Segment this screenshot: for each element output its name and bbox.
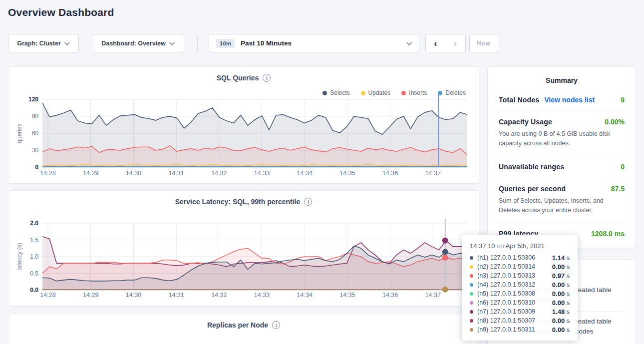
- sql-queries-panel: SQL Queries i SelectsUpdatesInsertsDelet…: [8, 66, 479, 184]
- node-latency-value: 0.00 s: [552, 263, 570, 271]
- total-nodes-value: 9: [621, 96, 625, 104]
- series-color-dot: [470, 274, 473, 278]
- node-latency-value: 0.00 s: [552, 281, 570, 289]
- capacity-usage-label: Capacity Usage: [499, 118, 552, 126]
- chevron-left-icon: ‹: [434, 38, 437, 49]
- svg-text:14:28: 14:28: [40, 170, 55, 177]
- svg-text:14:37: 14:37: [425, 170, 441, 177]
- svg-text:14:33: 14:33: [254, 292, 270, 299]
- tooltip-node-row: (n1) 127.0.0.1:503061.14 s: [470, 253, 570, 262]
- svg-text:14:32: 14:32: [211, 292, 227, 299]
- tooltip-node-row: (n3) 127.0.0.1:503130.97 s: [470, 271, 570, 280]
- summary-row-capacity: Capacity Usage 0.00% You are using 0 B o…: [499, 111, 625, 156]
- svg-text:latency (s): latency (s): [16, 243, 23, 270]
- node-latency-value: 1.14 s: [552, 254, 570, 262]
- node-latency-value: 0.00 s: [552, 317, 570, 325]
- svg-text:120: 120: [28, 96, 38, 103]
- series-color-dot: [470, 283, 473, 287]
- node-address: (n6) 127.0.0.1:50310: [477, 299, 535, 306]
- queries-per-second-desc: Sum of Selects, Updates, Inserts, and De…: [499, 196, 625, 216]
- node-address: (n4) 127.0.0.1:50312: [477, 281, 535, 288]
- svg-text:0: 0: [35, 164, 38, 171]
- node-address: (n1) 127.0.0.1:50306: [477, 254, 535, 261]
- tooltip-node-row: (n8) 127.0.0.1:503070.00 s: [470, 316, 570, 325]
- info-icon[interactable]: i: [272, 321, 280, 329]
- node-address: (n2) 127.0.0.1:50314: [477, 263, 535, 270]
- svg-text:0.0: 0.0: [30, 287, 38, 294]
- unavailable-ranges-value: 0: [621, 163, 625, 171]
- series-color-dot: [470, 256, 473, 260]
- svg-text:14:32: 14:32: [211, 170, 227, 177]
- svg-text:1.5: 1.5: [30, 237, 38, 244]
- svg-text:14:31: 14:31: [168, 292, 184, 299]
- time-range-dropdown[interactable]: 10m Past 10 Minutes: [209, 34, 419, 52]
- svg-text:14:35: 14:35: [339, 292, 355, 299]
- tooltip-node-row: (n6) 127.0.0.1:503100.00 s: [470, 298, 570, 307]
- node-address: (n8) 127.0.0.1:50307: [477, 317, 535, 324]
- summary-row-unavailable: Unavailable ranges 0: [499, 156, 625, 178]
- tooltip-timestamp: 14:37:10 on Apr 5th, 2021: [470, 242, 570, 250]
- series-color-dot: [470, 319, 473, 323]
- tooltip-node-row: (n7) 127.0.0.1:503091.48 s: [470, 307, 570, 316]
- service-latency-chart[interactable]: 14:2814:2914:3014:3114:3214:3314:3414:35…: [8, 191, 480, 307]
- sql-queries-chart[interactable]: 14:2814:2914:3014:3114:3214:3314:3414:35…: [8, 67, 480, 184]
- chevron-down-icon: [406, 39, 412, 45]
- svg-text:60: 60: [32, 130, 39, 137]
- summary-title: Summary: [488, 67, 636, 84]
- capacity-usage-value: 0.00%: [605, 118, 625, 126]
- time-range-badge: 10m: [216, 39, 235, 48]
- svg-text:14:31: 14:31: [168, 170, 184, 177]
- chevron-down-icon: [64, 39, 70, 45]
- view-nodes-list-link[interactable]: View nodes list: [544, 96, 595, 104]
- svg-text:queries: queries: [16, 123, 23, 143]
- chevron-right-icon: ›: [454, 38, 457, 49]
- series-color-dot: [470, 328, 473, 332]
- now-button[interactable]: Now: [469, 34, 498, 52]
- queries-per-second-label: Queries per second: [499, 185, 566, 193]
- svg-text:14:34: 14:34: [297, 292, 313, 299]
- graph-dropdown-label: Graph: Cluster: [17, 40, 61, 47]
- summary-panel: Summary Total Nodes View nodes list 9 Ca…: [487, 66, 636, 248]
- queries-per-second-value: 87.5: [611, 185, 625, 193]
- svg-text:14:37: 14:37: [425, 292, 441, 299]
- tooltip-node-row: (n2) 127.0.0.1:503140.00 s: [470, 262, 570, 271]
- svg-text:14:36: 14:36: [382, 170, 398, 177]
- dashboard-dropdown[interactable]: Dashboard: Overview: [92, 34, 184, 52]
- node-latency-value: 0.97 s: [552, 272, 570, 280]
- tooltip-node-rows: (n1) 127.0.0.1:503061.14 s(n2) 127.0.0.1…: [470, 253, 570, 334]
- series-color-dot: [470, 292, 473, 296]
- tooltip-node-row: (n9) 127.0.0.1:503110.00 s: [470, 325, 570, 334]
- node-latency-value: 0.00 s: [552, 326, 570, 334]
- chart-hover-tooltip: 14:37:10 on Apr 5th, 2021 (n1) 127.0.0.1…: [462, 235, 578, 341]
- replicas-per-node-title: Replicas per Node: [207, 321, 268, 329]
- tooltip-node-row: (n5) 127.0.0.1:503080.00 s: [470, 289, 570, 298]
- graph-dropdown[interactable]: Graph: Cluster: [8, 34, 79, 52]
- svg-text:14:35: 14:35: [339, 170, 355, 177]
- node-latency-value: 0.00 s: [552, 299, 570, 307]
- svg-text:14:30: 14:30: [126, 292, 141, 299]
- page-title: Overview Dashboard: [8, 6, 114, 18]
- summary-row-total-nodes: Total Nodes View nodes list 9: [499, 89, 625, 111]
- now-button-label: Now: [477, 39, 490, 47]
- svg-text:14:34: 14:34: [297, 170, 313, 177]
- node-address: (n5) 127.0.0.1:50308: [477, 290, 535, 297]
- svg-text:30: 30: [32, 147, 39, 154]
- series-color-dot: [470, 310, 473, 314]
- node-address: (n7) 127.0.0.1:50309: [477, 308, 535, 315]
- node-address: (n9) 127.0.0.1:50311: [477, 326, 535, 333]
- dashboard-dropdown-label: Dashboard: Overview: [101, 40, 166, 47]
- node-latency-value: 1.48 s: [552, 308, 570, 316]
- svg-text:14:29: 14:29: [83, 292, 98, 299]
- svg-text:14:29: 14:29: [83, 170, 98, 177]
- chevron-down-icon: [169, 39, 175, 45]
- tooltip-node-row: (n4) 127.0.0.1:503120.00 s: [470, 280, 570, 289]
- series-color-dot: [470, 301, 473, 305]
- svg-text:1.0: 1.0: [30, 253, 38, 260]
- svg-text:2.0: 2.0: [30, 220, 38, 227]
- next-range-button[interactable]: ›: [445, 34, 466, 52]
- prev-range-button[interactable]: ‹: [425, 34, 446, 52]
- svg-text:14:28: 14:28: [40, 292, 55, 299]
- node-address: (n3) 127.0.0.1:50313: [477, 272, 535, 279]
- svg-text:14:33: 14:33: [254, 170, 270, 177]
- p99-latency-value: 1208.0 ms: [591, 230, 625, 238]
